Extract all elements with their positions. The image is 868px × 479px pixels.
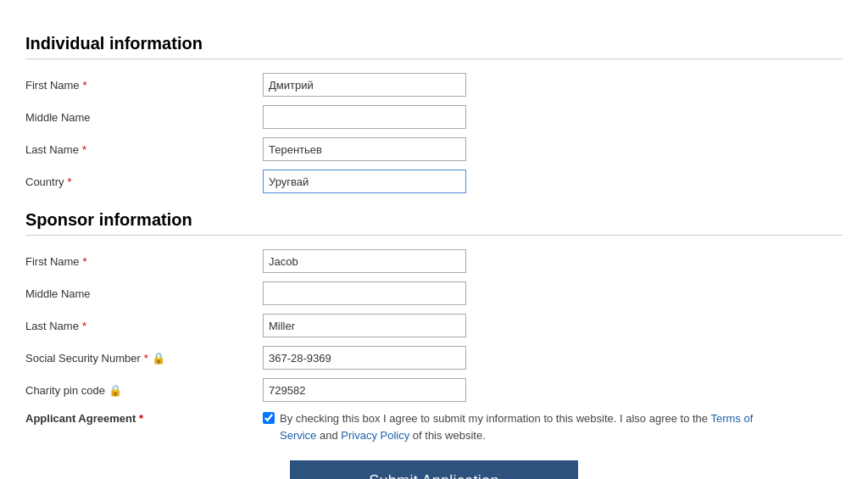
sponsor-ssn-label: Social Security Number * 🔒 (25, 352, 263, 365)
agreement-text: By checking this box I agree to submit m… (280, 410, 771, 443)
individual-country-input[interactable] (263, 170, 466, 193)
sponsor-middle-name-input[interactable] (263, 281, 466, 305)
individual-middle-name-input[interactable] (263, 105, 466, 129)
submit-button[interactable]: Submit Application (290, 460, 578, 479)
individual-last-name-label: Last Name * (25, 143, 263, 156)
sponsor-last-name-input[interactable] (263, 314, 466, 337)
individual-last-name-row: Last Name * (25, 137, 843, 161)
lock-icon: 🔒 (152, 352, 164, 364)
agreement-content: By checking this box I agree to submit m… (263, 410, 771, 443)
sponsor-pin-label: Charity pin code 🔒 (25, 384, 263, 397)
individual-first-name-input[interactable] (263, 73, 466, 97)
sponsor-first-name-row: First Name * (25, 249, 843, 273)
individual-country-row: Country * (25, 170, 843, 193)
required-star: * (68, 175, 72, 188)
privacy-link[interactable]: Privacy Policy (341, 429, 409, 442)
sponsor-ssn-row: Social Security Number * 🔒 (25, 346, 843, 370)
required-star: * (144, 352, 148, 365)
required-star: * (83, 79, 87, 92)
sponsor-first-name-label: First Name * (25, 255, 263, 268)
sponsor-first-name-input[interactable] (263, 249, 466, 273)
agreement-checkbox[interactable] (263, 412, 275, 424)
sponsor-pin-input[interactable] (263, 378, 466, 402)
agreement-label: Applicant Agreement * (25, 410, 263, 425)
submit-container: Submit Application (25, 460, 843, 479)
individual-middle-name-label: Middle Name (25, 111, 263, 124)
individual-middle-name-row: Middle Name (25, 105, 843, 129)
sponsor-middle-name-label: Middle Name (25, 287, 263, 300)
individual-country-label: Country * (25, 175, 263, 188)
sponsor-ssn-input[interactable] (263, 346, 466, 370)
individual-section: Individual information First Name * Midd… (25, 34, 843, 193)
lock-icon: 🔒 (108, 384, 120, 396)
sponsor-last-name-label: Last Name * (25, 320, 263, 332)
required-star: * (139, 412, 143, 425)
required-star: * (82, 320, 86, 332)
individual-first-name-label: First Name * (25, 79, 263, 92)
required-star: * (82, 143, 86, 156)
sponsor-section-title: Sponsor information (25, 210, 843, 236)
individual-last-name-input[interactable] (263, 137, 466, 161)
sponsor-pin-row: Charity pin code 🔒 (25, 378, 843, 402)
sponsor-last-name-row: Last Name * (25, 314, 843, 337)
individual-section-title: Individual information (25, 34, 843, 59)
individual-first-name-row: First Name * (25, 73, 843, 97)
required-star: * (83, 255, 87, 268)
sponsor-section: Sponsor information First Name * Middle … (25, 210, 843, 443)
agreement-row: Applicant Agreement * By checking this b… (25, 410, 843, 443)
sponsor-middle-name-row: Middle Name (25, 281, 843, 305)
